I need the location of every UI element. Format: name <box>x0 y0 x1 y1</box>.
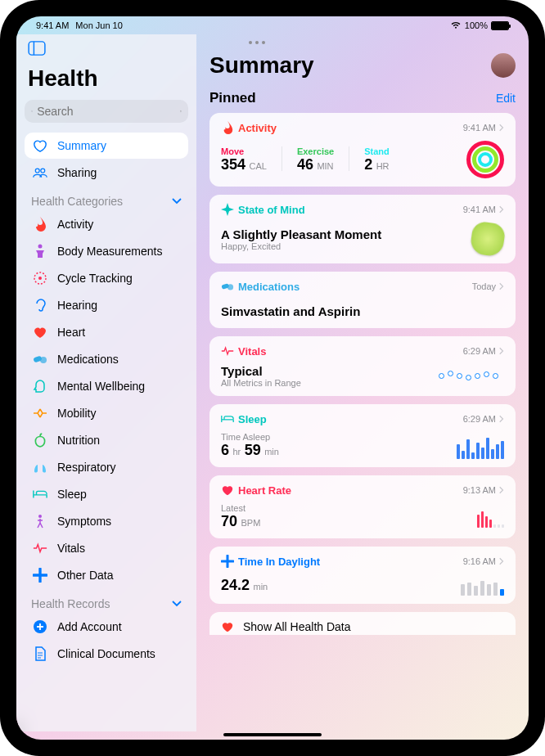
card-state-of-mind[interactable]: State of Mind 9:41 AM A Slightly Pleasan… <box>209 195 516 263</box>
sidebar-item-body[interactable]: Body Measurements <box>25 238 188 264</box>
sidebar-item-label: Heart <box>57 326 85 339</box>
sidebar-item-label: Clinical Documents <box>57 647 155 660</box>
card-time: 9:41 AM <box>463 123 504 133</box>
svg-line-3 <box>32 111 33 112</box>
sidebar-item-label: Body Measurements <box>57 245 162 258</box>
heart-outline-icon <box>31 138 49 153</box>
sidebar-item-mental[interactable]: Mental Wellbeing <box>25 373 188 399</box>
sidebar-item-medications[interactable]: Medications <box>25 346 188 372</box>
section-health-records[interactable]: Health Records <box>25 589 188 614</box>
exercise-label: Exercise <box>297 146 334 156</box>
card-sleep[interactable]: Sleep 6:29 AM Time Asleep 6 hr 59 min <box>209 404 516 467</box>
sleep-mins: 59 <box>245 442 261 458</box>
sidebar-item-mobility[interactable]: Mobility <box>25 400 188 426</box>
sidebar-item-summary[interactable]: Summary <box>25 133 188 159</box>
move-label: Move <box>221 146 267 156</box>
card-vitals[interactable]: Vitals 6:29 AM Typical All Metrics in Ra… <box>209 336 516 396</box>
card-title: Heart Rate <box>238 484 291 497</box>
card-daylight[interactable]: Time In Daylight 9:16 AM 24.2 min <box>209 547 516 604</box>
page-title: Summary <box>209 52 314 79</box>
search-input[interactable] <box>25 100 188 123</box>
svg-point-7 <box>38 245 43 249</box>
content-area: Summary Pinned Edit Activity 9:41 AM Mov… <box>196 34 529 731</box>
som-headline: A Slightly Pleasant Moment <box>221 227 381 241</box>
svg-point-2 <box>31 110 32 111</box>
heart-icon <box>31 325 49 340</box>
hr-unit: BPM <box>241 518 260 528</box>
search-field[interactable] <box>37 105 180 118</box>
sidebar-item-label: Sleep <box>57 488 87 501</box>
show-all-label: Show All Health Data <box>243 620 351 633</box>
svg-point-11 <box>40 357 47 363</box>
stand-value: 2 <box>364 156 372 173</box>
hr-label: Latest <box>221 503 260 513</box>
sidebar-item-activity[interactable]: Activity <box>25 211 188 237</box>
chevron-right-icon <box>499 282 504 290</box>
sidebar-item-label: Summary <box>57 139 106 152</box>
sun-icon <box>221 555 234 568</box>
sidebar-item-hearing[interactable]: Hearing <box>25 292 188 318</box>
move-unit: CAL <box>250 161 267 171</box>
add-circle-icon <box>31 619 49 634</box>
status-time: 9:41 AM <box>36 20 69 30</box>
sleep-chart-icon <box>457 433 504 459</box>
card-heart-rate[interactable]: Heart Rate 9:13 AM Latest 70 BPM <box>209 475 516 538</box>
sidebar-item-label: Symptoms <box>57 515 111 528</box>
vitals-chart-icon <box>439 371 504 380</box>
card-title: Activity <box>238 122 277 134</box>
move-value: 354 <box>221 156 245 173</box>
som-sub: Happy, Excited <box>221 241 381 251</box>
sidebar-item-add-account[interactable]: Add Account <box>25 614 188 640</box>
sidebar-item-respiratory[interactable]: Respiratory <box>25 454 188 480</box>
pinned-label: Pinned <box>209 90 256 106</box>
chevron-right-icon <box>499 124 504 132</box>
chevron-right-icon <box>499 486 504 494</box>
mic-icon[interactable] <box>180 105 182 118</box>
sidebar-item-heart[interactable]: Heart <box>25 319 188 345</box>
flame-icon <box>31 217 49 232</box>
sidebar-item-label: Mental Wellbeing <box>57 380 145 393</box>
cycle-icon <box>31 271 49 286</box>
chevron-down-icon <box>172 196 182 206</box>
battery-icon <box>491 21 509 30</box>
profile-avatar[interactable] <box>491 53 516 78</box>
daylight-unit: min <box>254 582 268 592</box>
exercise-value: 46 <box>297 156 313 173</box>
sidebar-item-sharing[interactable]: Sharing <box>25 160 188 186</box>
multitask-dots-icon[interactable] <box>209 38 516 52</box>
sidebar-item-other[interactable]: Other Data <box>25 562 188 588</box>
sidebar-item-label: Other Data <box>57 569 113 582</box>
plus-icon <box>31 568 49 583</box>
section-label: Health Records <box>31 597 110 610</box>
battery-text: 100% <box>465 20 488 30</box>
sidebar-item-cycle[interactable]: Cycle Tracking <box>25 265 188 291</box>
people-icon <box>31 165 49 180</box>
card-activity[interactable]: Activity 9:41 AM Move 354 CAL Exercise 4… <box>209 113 516 187</box>
card-title: Vitals <box>238 345 266 358</box>
svg-rect-4 <box>181 110 182 112</box>
card-title: Medications <box>238 281 300 293</box>
flame-icon <box>221 121 234 134</box>
sidebar-item-sleep[interactable]: Sleep <box>25 481 188 507</box>
sidebar-item-label: Sharing <box>57 166 97 179</box>
sparkle-icon <box>221 203 234 216</box>
section-health-categories[interactable]: Health Categories <box>25 187 188 211</box>
sidebar-item-symptoms[interactable]: Symptoms <box>25 508 188 534</box>
vitals-icon <box>221 344 234 358</box>
vitals-icon <box>31 541 49 556</box>
sidebar-item-vitals[interactable]: Vitals <box>25 535 188 561</box>
sidebar-item-clinical[interactable]: Clinical Documents <box>25 641 188 667</box>
card-medications[interactable]: Medications Today Simvastatin and Aspiri… <box>209 272 516 328</box>
exercise-unit: MIN <box>317 161 333 171</box>
home-indicator[interactable] <box>223 733 322 736</box>
sidebar-toggle-icon[interactable] <box>28 41 46 56</box>
show-all-button[interactable]: Show All Health Data <box>209 612 516 635</box>
stand-label: Stand <box>364 146 390 156</box>
status-date: Mon Jun 10 <box>75 20 122 30</box>
chevron-right-icon <box>499 347 504 355</box>
svg-point-12 <box>38 515 42 518</box>
sidebar-item-nutrition[interactable]: Nutrition <box>25 427 188 453</box>
sidebar-item-label: Activity <box>57 218 93 231</box>
sidebar-item-label: Vitals <box>57 542 85 555</box>
edit-button[interactable]: Edit <box>496 92 516 105</box>
